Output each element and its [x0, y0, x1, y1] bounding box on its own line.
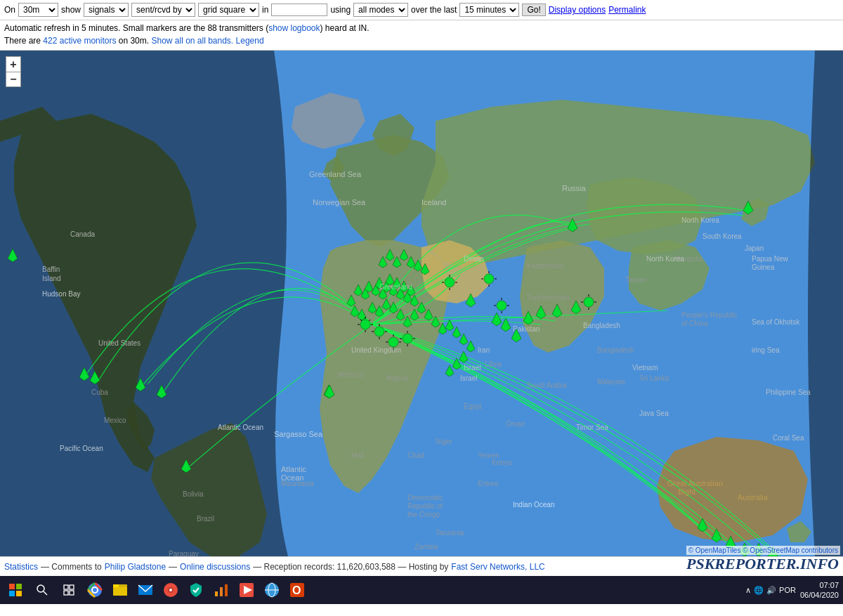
- svg-rect-194: [16, 584, 22, 589]
- svg-text:North Korea: North Korea: [681, 216, 719, 224]
- sep1: — Comments to: [41, 562, 102, 572]
- svg-text:Republic of: Republic of: [407, 502, 443, 510]
- zoom-out-button[interactable]: −: [6, 72, 21, 87]
- search-button[interactable]: [30, 577, 55, 603]
- using-label: using: [330, 5, 351, 15]
- svg-point-80: [388, 337, 398, 347]
- player-app[interactable]: [235, 579, 258, 601]
- logbook-link[interactable]: show logbook: [268, 23, 320, 33]
- system-icons: ∧ 🌐 🔊 POR: [745, 586, 796, 595]
- night-overlay-right: [808, 51, 843, 556]
- music-app[interactable]: [159, 579, 182, 601]
- chrome-app[interactable]: [84, 579, 106, 601]
- stats-app[interactable]: [210, 579, 233, 601]
- date-display: 06/04/2020: [800, 590, 839, 600]
- svg-text:O: O: [292, 584, 301, 596]
- sep2: —: [169, 562, 177, 572]
- statistics-link[interactable]: Statistics: [4, 562, 38, 572]
- start-button[interactable]: [3, 577, 28, 603]
- office-app[interactable]: O: [286, 579, 308, 601]
- openstreetmap-link[interactable]: © OpenStreetMap contributors: [743, 546, 838, 554]
- svg-text:Island: Island: [42, 275, 61, 282]
- footer-bar: Statistics — Comments to Philip Gladston…: [0, 556, 843, 576]
- refresh-text: Automatic refresh in 5 minutes. Small ma…: [4, 23, 268, 33]
- svg-text:Vietnam: Vietnam: [632, 364, 658, 372]
- network-icon: 🌐: [754, 586, 764, 595]
- svg-text:North Korea: North Korea: [646, 255, 684, 263]
- svg-text:Israel: Israel: [464, 364, 481, 372]
- mail-app[interactable]: [134, 579, 157, 601]
- svg-text:Saudi Arabia: Saudi Arabia: [527, 381, 567, 389]
- svg-text:Atlantic: Atlantic: [281, 465, 307, 473]
- svg-text:Egypt: Egypt: [464, 402, 482, 410]
- svg-rect-196: [16, 591, 22, 596]
- permalink-link[interactable]: Permalink: [608, 5, 646, 15]
- map-container[interactable]: Hudson Bay Pacific Ocean Atlantic Ocean …: [0, 51, 843, 556]
- svg-text:Chad: Chad: [407, 452, 424, 459]
- svg-point-95: [484, 274, 494, 284]
- legend-link[interactable]: Legend: [236, 36, 264, 46]
- svg-text:Guinea: Guinea: [752, 263, 775, 271]
- show-select[interactable]: signalsallspots: [84, 3, 129, 17]
- hosting-link[interactable]: Fast Serv Networks, LLC: [451, 562, 544, 572]
- svg-point-205: [93, 588, 97, 592]
- svg-text:Russia: Russia: [562, 184, 587, 192]
- svg-text:Greenland: Greenland: [379, 283, 412, 291]
- svg-point-197: [37, 585, 44, 592]
- zoom-in-button[interactable]: +: [6, 56, 21, 72]
- on-label: On: [4, 5, 15, 15]
- svg-text:the Congo: the Congo: [407, 511, 440, 518]
- svg-text:Mexico: Mexico: [104, 417, 126, 424]
- svg-text:of China: of China: [681, 320, 708, 327]
- explorer-app[interactable]: [109, 579, 131, 601]
- svg-text:Bight: Bight: [678, 487, 695, 496]
- svg-text:Indian Ocean: Indian Ocean: [513, 501, 555, 509]
- show-all-link[interactable]: Show all on all bands.: [151, 36, 233, 46]
- svg-rect-193: [9, 584, 15, 589]
- security-app[interactable]: [185, 579, 207, 601]
- tray-arrow[interactable]: ∧: [745, 586, 751, 595]
- time-select[interactable]: 15 minutes1 hour6 hours24 hours: [459, 3, 519, 17]
- svg-text:Cuba: Cuba: [91, 388, 108, 396]
- svg-text:Iceland: Iceland: [422, 198, 446, 207]
- svg-text:Turkmenistan: Turkmenistan: [527, 294, 569, 301]
- band-select[interactable]: 30m20m40m80m 160m15m10m6m2m: [18, 3, 58, 17]
- svg-rect-195: [9, 591, 15, 596]
- mode-select[interactable]: all modesFT8FT4WSPRJT65PSK31: [353, 3, 408, 17]
- svg-text:Bangladesh: Bangladesh: [583, 322, 620, 329]
- openmaptiles-link[interactable]: © OpenMapTiles: [688, 546, 741, 554]
- volume-icon[interactable]: 🔊: [766, 586, 776, 595]
- go-button[interactable]: Go!: [522, 4, 545, 16]
- svg-text:Kenya: Kenya: [492, 459, 512, 466]
- gridsquare-input[interactable]: [271, 4, 327, 16]
- svg-rect-213: [215, 591, 218, 596]
- monitors-link[interactable]: 422 active monitors: [43, 36, 116, 46]
- svg-text:iring Sea: iring Sea: [752, 346, 780, 354]
- night-overlay: [0, 51, 288, 556]
- svg-text:Oman: Oman: [506, 420, 525, 428]
- language-indicator: POR: [779, 586, 796, 594]
- svg-text:Democratic: Democratic: [407, 494, 443, 502]
- svg-text:Hudson Bay: Hudson Bay: [42, 290, 80, 298]
- display-options-link[interactable]: Display options: [549, 5, 606, 15]
- monitors-suffix: on 30m.: [116, 36, 151, 46]
- by-select[interactable]: sent/rcvd bysent byrcvd by: [131, 3, 195, 17]
- task-view-button[interactable]: [56, 577, 81, 603]
- svg-text:Sea of Okhotsk: Sea of Okhotsk: [752, 318, 800, 326]
- heard-text: ) heard at IN.: [320, 23, 370, 33]
- svg-text:United States: United States: [98, 339, 140, 347]
- svg-rect-214: [220, 587, 223, 596]
- online-discussions-link[interactable]: Online discussions: [180, 562, 250, 572]
- svg-text:People's Republic: People's Republic: [681, 311, 738, 319]
- map-svg: Hudson Bay Pacific Ocean Atlantic Ocean …: [0, 51, 843, 556]
- taskbar-right: ∧ 🌐 🔊 POR 07:07 06/04/2020: [745, 576, 839, 604]
- gridsquare-select[interactable]: grid square: [198, 3, 259, 17]
- philip-link[interactable]: Philip Gladstone: [105, 562, 166, 572]
- svg-point-100: [497, 301, 507, 310]
- psk-logo: PSKREPORTER.INFO: [686, 555, 839, 573]
- svg-text:Baffin: Baffin: [42, 266, 60, 273]
- svg-text:Niger: Niger: [436, 438, 453, 445]
- svg-text:Greenland Sea: Greenland Sea: [309, 170, 362, 178]
- svg-text:Paraguay: Paraguay: [169, 550, 199, 556]
- globe-app[interactable]: [261, 579, 283, 601]
